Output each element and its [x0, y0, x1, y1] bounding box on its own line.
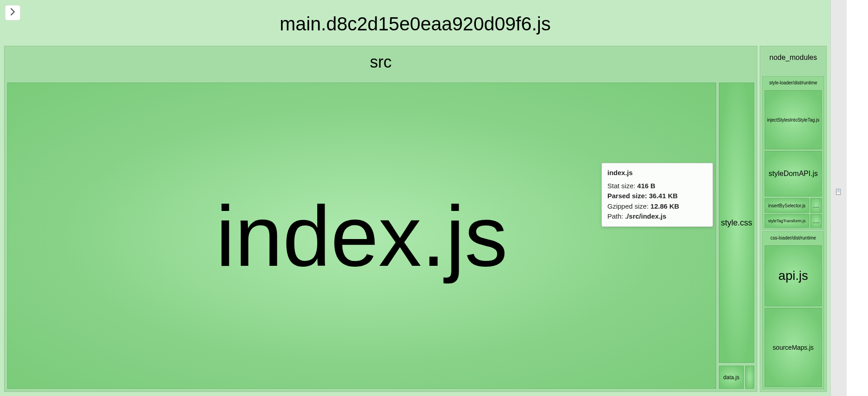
treemap-node-tiny[interactable] [745, 366, 754, 389]
treemap-node-api-js[interactable]: api.js [765, 245, 822, 306]
tooltip-title: index.js [607, 168, 707, 178]
group-label-src: src [5, 46, 757, 78]
treemap-group-style-loader-runtime[interactable]: style-loader/dist/runtime injectStylesIn… [762, 76, 824, 230]
treemap-node-insertbyselector[interactable]: insertBySelector.js [765, 198, 809, 213]
node-label-styletagtransform: styleTagTransform.js [768, 219, 806, 223]
bundle-title: main.d8c2d15e0eaa920d09f6.js [0, 13, 830, 35]
treemap-node-styledomapi[interactable]: styleDomAPI.js [765, 151, 822, 196]
src-body: index.js style.css data.js [7, 83, 754, 389]
treemap-node-overflow-1[interactable]: … [810, 198, 822, 213]
tooltip-gzip-value: 12.86 KB [650, 202, 679, 210]
tooltip-path-label: Path: [607, 212, 625, 220]
node-label-style-css: style.css [721, 218, 752, 228]
group-label-css-loader-runtime: css-loader/dist/runtime [763, 232, 824, 244]
treemap-node-styletagtransform[interactable]: styleTagTransform.js [765, 214, 809, 228]
node-modules-body: style-loader/dist/runtime injectStylesIn… [762, 76, 824, 389]
treemap-node-style-css[interactable]: style.css [719, 83, 754, 363]
svg-rect-3 [837, 192, 839, 192]
group-label-node-modules: node_modules [760, 46, 826, 68]
group-label-style-loader-runtime: style-loader/dist/runtime [763, 77, 824, 89]
tooltip-stat-row: Stat size: 416 B [607, 181, 707, 191]
tooltip-path-value: ./src/index.js [625, 212, 666, 220]
tooltip-parsed-value: 36.41 KB [649, 192, 678, 200]
treemap-group-css-loader-runtime[interactable]: css-loader/dist/runtime api.js sourceMap… [762, 231, 824, 389]
node-label-api-js: api.js [778, 269, 808, 283]
treemap-node-overflow-2[interactable]: … [810, 214, 822, 228]
ellipsis-icon: … [813, 217, 820, 225]
node-label-styledomapi: styleDomAPI.js [769, 170, 818, 178]
treemap-group-node-modules[interactable]: node_modules style-loader/dist/runtime i… [760, 46, 827, 392]
treemap-node-inject-styles[interactable]: injectStylesIntoStyleTag.js [765, 90, 822, 149]
tooltip-stat-value: 416 B [637, 182, 655, 190]
tooltip-gzip-label: Gzipped size: [607, 202, 650, 210]
svg-rect-2 [837, 191, 839, 191]
ellipsis-icon: … [813, 202, 820, 209]
treemap-node-index-js[interactable]: index.js [7, 83, 716, 389]
treemap-node-sourcemaps-js[interactable]: sourceMaps.js [765, 308, 822, 387]
treemap-node-data-js[interactable]: data.js [719, 366, 744, 389]
node-label-inject-styles: injectStylesIntoStyleTag.js [767, 117, 820, 122]
toggle-sidebar-button[interactable] [5, 5, 20, 20]
tooltip-path-row: Path: ./src/index.js [607, 211, 707, 222]
tooltip-stat-label: Stat size: [607, 182, 637, 190]
tooltip-parsed-label: Parsed size: [607, 192, 649, 200]
node-label-insertbyselector: insertBySelector.js [768, 203, 805, 208]
page-icon[interactable] [835, 188, 843, 196]
treemap-viewport: main.d8c2d15e0eaa920d09f6.js src index.j… [0, 0, 830, 396]
chevron-right-icon [10, 8, 15, 17]
svg-rect-1 [837, 190, 839, 191]
node-label-index-js: index.js [216, 193, 508, 279]
tooltip-parsed-row: Parsed size: 36.41 KB [607, 191, 707, 201]
node-label-data-js: data.js [723, 374, 739, 381]
treemap-tooltip: index.js Stat size: 416 B Parsed size: 3… [601, 163, 713, 227]
right-scrollbar-strip [830, 0, 847, 396]
tooltip-gzip-row: Gzipped size: 12.86 KB [607, 201, 707, 212]
node-label-sourcemaps-js: sourceMaps.js [773, 344, 814, 351]
